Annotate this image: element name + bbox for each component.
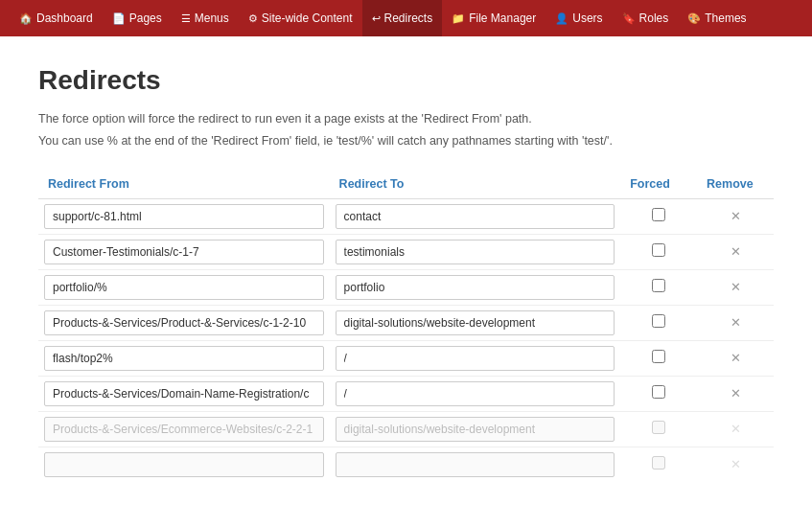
nav-site-wide-content[interactable]: ⚙ Site-wide Content <box>239 0 362 36</box>
redirect-from-cell <box>38 269 330 305</box>
header-forced: Forced <box>620 170 697 199</box>
forced-checkbox <box>652 456 665 470</box>
redirect-from-cell <box>38 305 330 340</box>
redirect-from-input[interactable] <box>44 310 324 335</box>
redirect-to-cell <box>330 234 621 269</box>
file-manager-icon: 📁 <box>452 12 465 25</box>
nav-roles[interactable]: 🔖 Roles <box>613 0 679 36</box>
forced-checkbox[interactable] <box>652 314 665 328</box>
remove-cell: ✕ <box>697 447 774 482</box>
redirect-to-cell <box>330 447 621 482</box>
app-window: 🏠 Dashboard 📄 Pages ☰ Menus ⚙ Site-wide … <box>0 0 812 527</box>
redirect-from-cell <box>38 447 330 482</box>
redirect-to-input[interactable] <box>336 275 615 300</box>
redirect-to-input[interactable] <box>336 240 615 264</box>
users-icon: 👤 <box>555 12 568 25</box>
forced-cell <box>620 234 697 269</box>
table-row: ✕ <box>38 198 774 234</box>
redirect-to-input <box>336 452 615 477</box>
redirect-to-cell <box>330 340 621 376</box>
nav-redirects[interactable]: ↩ Redirects <box>362 0 443 36</box>
redirects-icon: ↩ <box>372 12 381 25</box>
table-row: ✕ <box>38 305 774 340</box>
forced-cell <box>620 269 697 305</box>
description-line2: You can use % at the end of the 'Redirec… <box>38 132 774 150</box>
table-row: ✕ <box>38 447 774 482</box>
menus-icon: ☰ <box>181 12 191 25</box>
remove-button[interactable]: ✕ <box>725 384 747 402</box>
forced-cell <box>620 305 697 340</box>
forced-checkbox[interactable] <box>652 279 665 292</box>
redirect-to-input[interactable] <box>336 310 615 335</box>
redirect-to-cell <box>330 411 621 447</box>
forced-checkbox <box>652 421 665 434</box>
remove-button: ✕ <box>725 455 747 473</box>
redirect-from-input <box>44 417 324 442</box>
redirect-from-cell <box>38 234 330 269</box>
redirect-from-cell <box>38 411 330 447</box>
nav-dashboard[interactable]: 🏠 Dashboard <box>10 0 103 36</box>
forced-cell <box>620 447 697 482</box>
header-to: Redirect To <box>330 170 621 199</box>
remove-cell: ✕ <box>697 411 774 447</box>
home-icon: 🏠 <box>19 12 33 25</box>
forced-cell <box>620 376 697 411</box>
forced-checkbox[interactable] <box>652 243 665 257</box>
redirect-from-input[interactable] <box>44 381 324 406</box>
site-icon: ⚙ <box>248 12 258 25</box>
redirect-to-input <box>336 417 615 442</box>
remove-button[interactable]: ✕ <box>725 278 747 296</box>
pages-icon: 📄 <box>112 12 126 25</box>
redirect-from-input[interactable] <box>44 346 324 371</box>
remove-button: ✕ <box>725 420 747 438</box>
redirect-to-input[interactable] <box>336 204 615 229</box>
forced-cell <box>620 411 697 447</box>
themes-icon: 🎨 <box>687 12 701 25</box>
nav-file-manager[interactable]: 📁 File Manager <box>442 0 545 36</box>
redirect-to-input[interactable] <box>336 381 615 406</box>
remove-cell: ✕ <box>697 305 774 340</box>
nav-users[interactable]: 👤 Users <box>545 0 612 36</box>
redirect-from-cell <box>38 340 330 376</box>
remove-cell: ✕ <box>697 234 774 269</box>
nav-pages[interactable]: 📄 Pages <box>103 0 172 36</box>
forced-checkbox[interactable] <box>652 350 665 363</box>
redirect-from-cell <box>38 376 330 411</box>
roles-icon: 🔖 <box>622 12 636 25</box>
table-row: ✕ <box>38 376 774 411</box>
header-remove: Remove <box>697 170 774 199</box>
nav-menus[interactable]: ☰ Menus <box>172 0 239 36</box>
forced-cell <box>620 198 697 234</box>
description-line1: The force option will force the redirect… <box>38 110 774 128</box>
remove-button[interactable]: ✕ <box>725 349 747 367</box>
header-from: Redirect From <box>38 170 330 199</box>
remove-button[interactable]: ✕ <box>725 207 747 225</box>
page-title: Redirects <box>38 65 774 96</box>
table-row: ✕ <box>38 269 774 305</box>
redirect-from-input <box>44 452 324 477</box>
remove-cell: ✕ <box>697 198 774 234</box>
forced-checkbox[interactable] <box>652 208 665 221</box>
remove-cell: ✕ <box>697 269 774 305</box>
remove-button[interactable]: ✕ <box>725 242 747 261</box>
redirect-to-cell <box>330 305 621 340</box>
remove-cell: ✕ <box>697 340 774 376</box>
redirect-from-input[interactable] <box>44 275 324 300</box>
redirect-from-input[interactable] <box>44 204 324 229</box>
nav-themes[interactable]: 🎨 Themes <box>678 0 755 36</box>
table-row: ✕ <box>38 411 774 447</box>
redirect-from-input[interactable] <box>44 240 324 264</box>
redirect-to-cell <box>330 376 621 411</box>
main-content: Redirects The force option will force th… <box>0 36 812 520</box>
table-row: ✕ <box>38 340 774 376</box>
table-row: ✕ <box>38 234 774 269</box>
remove-cell: ✕ <box>697 376 774 411</box>
redirect-to-cell <box>330 198 621 234</box>
forced-cell <box>620 340 697 376</box>
redirect-to-input[interactable] <box>336 346 615 371</box>
forced-checkbox[interactable] <box>652 385 665 399</box>
remove-button[interactable]: ✕ <box>725 313 747 332</box>
redirect-from-cell <box>38 198 330 234</box>
navbar: 🏠 Dashboard 📄 Pages ☰ Menus ⚙ Site-wide … <box>0 0 812 36</box>
redirects-table: Redirect From Redirect To Forced Remove … <box>38 170 774 482</box>
